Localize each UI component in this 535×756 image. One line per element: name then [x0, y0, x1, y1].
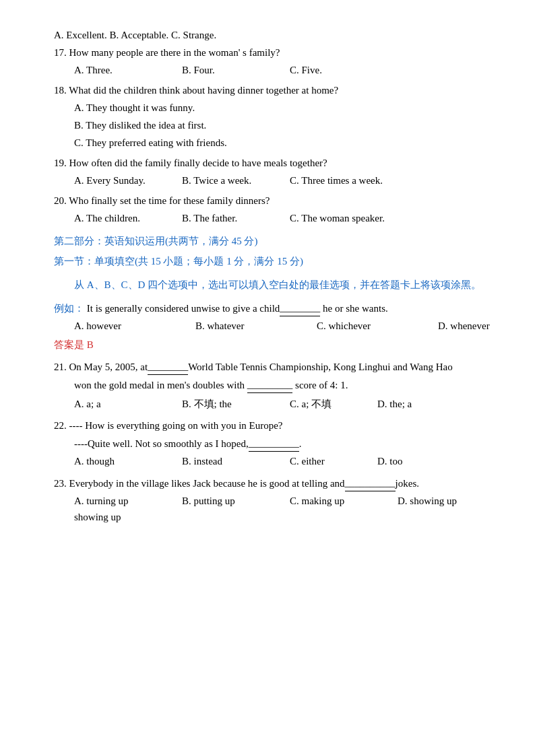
q21-block: 21. On May 5, 2005, at________World Tabl…: [54, 358, 495, 412]
q21-text4: score of 4: 1.: [295, 380, 348, 390]
q22-options: A. though B. instead C. either D. too: [54, 453, 495, 469]
q20-question: 20. Who finally set the time for these f…: [54, 193, 495, 209]
q18-question: 18. What did the children think about ha…: [54, 82, 495, 98]
q19-block: 19. How often did the family finally dec…: [54, 155, 495, 188]
example-text2: he or she wants.: [320, 303, 387, 314]
q23-block: 23. Everybody in the village likes Jack …: [54, 475, 495, 525]
example-opt-a: A. however: [74, 318, 195, 334]
q17-options: A. Three. B. Four. C. Five.: [54, 62, 495, 78]
q19-question: 19. How often did the family finally dec…: [54, 155, 495, 171]
q23-line1: 23. Everybody in the village likes Jack …: [54, 475, 495, 491]
example-opt-c: C. whichever: [317, 318, 438, 334]
q16-options-text: A. Excellent. B. Acceptable. C. Strange.: [54, 30, 216, 40]
q22-text2: ----Quite well. Not so smoothly as I hop…: [74, 438, 249, 449]
section2-title: 第二部分：英语知识运用(共两节，满分 45 分): [54, 233, 495, 249]
example-blank1: ________: [280, 300, 320, 316]
example-answer: 答案是 B: [54, 337, 495, 353]
example-text1: It is generally considered unwise to giv…: [87, 303, 280, 314]
q22-opt-b: B. instead: [182, 453, 290, 469]
q18-opt-b: B. They disliked the idea at first.: [54, 117, 495, 133]
q19-opt-a: A. Every Sunday.: [74, 172, 182, 188]
q18-opt-c: C. They preferred eating with friends.: [54, 135, 495, 151]
example-opt-b: B. whatever: [195, 318, 317, 334]
q21-opt-d: D. the; a: [377, 396, 412, 412]
q20-options: A. The children. B. The father. C. The w…: [54, 210, 495, 226]
q21-text2: World Table Tennis Championship, Kong Li…: [188, 362, 453, 372]
q23-text2: jokes.: [396, 478, 419, 489]
q19-opt-b: B. Twice a week.: [182, 172, 290, 188]
instruction-content: 从 A、B、C、D 四个选项中，选出可以填入空白处的最佳选项，并在答题卡上将该项…: [74, 279, 481, 290]
q21-options: A. a; a B. 不填; the C. a; 不填 D. the; a: [54, 396, 495, 412]
q21-opt-a: A. a; a: [74, 396, 182, 412]
q20-opt-b: B. The father.: [182, 210, 290, 226]
q22-line2: ----Quite well. Not so smoothly as I hop…: [54, 435, 495, 452]
q23-opt-b: B. putting up: [182, 493, 290, 509]
q22-line1: 22. ---- How is everything going on with…: [54, 417, 495, 434]
q21-opt-c: C. a; 不填: [290, 396, 377, 412]
answer-value: B: [87, 339, 94, 350]
q21-blank1: ________: [148, 358, 188, 375]
q22-block: 22. ---- How is everything going on with…: [54, 417, 495, 469]
q22-opt-a: A. though: [74, 453, 182, 469]
q18-opt-a: A. They thought it was funny.: [54, 100, 495, 116]
example-opt-d: D. whenever: [438, 318, 490, 334]
q23-line3: showing up: [54, 509, 495, 525]
q20-opt-a: A. The children.: [74, 210, 182, 226]
example-block: 例如： It is generally considered unwise to…: [54, 300, 495, 353]
example-label: 例如：: [54, 303, 84, 314]
example-line: 例如： It is generally considered unwise to…: [54, 300, 495, 316]
q19-options: A. Every Sunday. B. Twice a week. C. Thr…: [54, 172, 495, 188]
q20-opt-c: C. The woman speaker.: [290, 210, 385, 226]
q20-block: 20. Who finally set the time for these f…: [54, 193, 495, 226]
q22-blank: __________: [249, 435, 299, 452]
q17-question: 17. How many people are there in the wom…: [54, 44, 495, 61]
q21-opt-b: B. 不填; the: [182, 396, 290, 412]
q23-text1: 23. Everybody in the village likes Jack …: [54, 478, 345, 489]
q17-opt-c: C. Five.: [290, 62, 322, 78]
q22-text3: .: [299, 438, 302, 449]
example-options: A. however B. whatever C. whichever D. w…: [54, 318, 495, 334]
q19-opt-c: C. Three times a week.: [290, 172, 383, 188]
section2-sub: 第一节：单项填空(共 15 小题；每小题 1 分，满分 15 分): [54, 253, 495, 269]
q23-blank: __________: [345, 475, 396, 491]
q22-opt-c: C. either: [290, 453, 377, 469]
q16-options: A. Excellent. B. Acceptable. C. Strange.: [54, 27, 495, 43]
q18-block: 18. What did the children think about ha…: [54, 82, 495, 151]
answer-prefix: 答案是: [54, 339, 84, 350]
instruction-text: 从 A、B、C、D 四个选项中，选出可以填入空白处的最佳选项，并在答题卡上将该项…: [74, 276, 495, 294]
q23-opt-c: C. making up: [290, 493, 398, 509]
q21-blank2: _________: [247, 376, 293, 393]
q21-text3: won the gold medal in men's doubles with: [74, 380, 245, 390]
q17-opt-b: B. Four.: [182, 62, 290, 78]
q21-text1: 21. On May 5, 2005, at: [54, 362, 148, 372]
q17-block: 17. How many people are there in the wom…: [54, 44, 495, 78]
q17-opt-a: A. Three.: [74, 62, 182, 78]
q21-line1: 21. On May 5, 2005, at________World Tabl…: [54, 358, 495, 375]
q22-opt-d: D. too: [377, 453, 403, 469]
q23-options: A. turning up B. putting up C. making up…: [54, 493, 495, 509]
q23-opt-a: A. turning up: [74, 493, 182, 509]
q21-line2: won the gold medal in men's doubles with…: [54, 376, 495, 393]
q23-opt-d: D. showing up: [398, 493, 457, 509]
